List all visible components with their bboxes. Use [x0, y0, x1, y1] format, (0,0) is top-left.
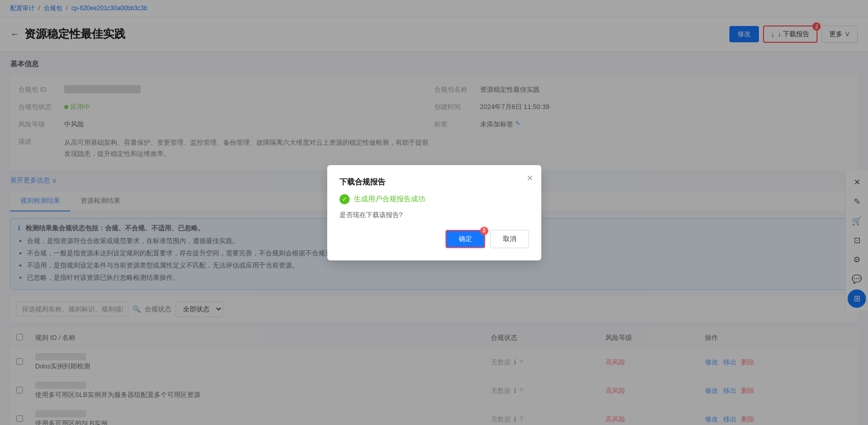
download-report-modal: 下载合规报告 ✕ ✓ 生成用户合规报告成功 是否现在下载该报告? 确定 3 取消	[327, 165, 541, 260]
modal-confirm-button[interactable]: 确定 3	[445, 230, 485, 248]
modal-actions: 确定 3 取消	[339, 230, 529, 248]
modal-title: 下载合规报告	[339, 177, 529, 187]
modal-overlay: 下载合规报告 ✕ ✓ 生成用户合规报告成功 是否现在下载该报告? 确定 3 取消	[0, 0, 868, 425]
success-check-icon: ✓	[339, 194, 350, 204]
modal-close-button[interactable]: ✕	[527, 173, 533, 183]
modal-success-message: ✓ 生成用户合规报告成功	[339, 194, 529, 204]
confirm-badge: 3	[480, 227, 488, 235]
modal-question-text: 是否现在下载该报告?	[339, 210, 529, 220]
modal-cancel-button[interactable]: 取消	[490, 230, 529, 248]
